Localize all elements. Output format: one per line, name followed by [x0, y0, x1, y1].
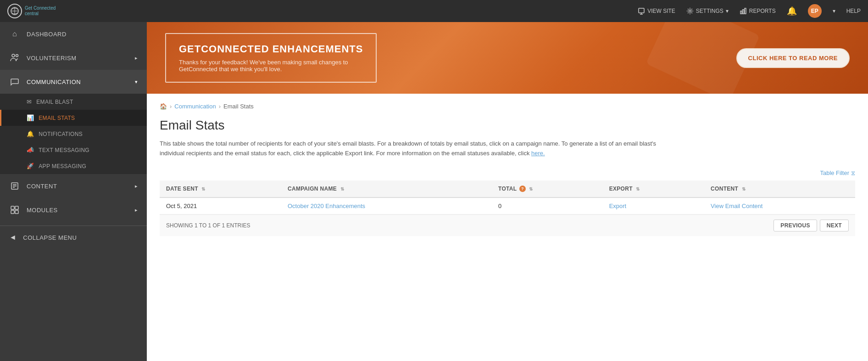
enhancement-banner: GETCONNECTED ENHANCEMENTS Thanks for you…	[147, 22, 868, 94]
reports-button[interactable]: REPORTS	[740, 7, 776, 15]
svg-point-8	[12, 54, 15, 57]
collapse-menu-button[interactable]: ◄ COLLAPSE MENU	[0, 226, 147, 249]
banner-title: GETCONNECTED ENHANCEMENTS	[179, 43, 363, 55]
col-date-sent[interactable]: DATE SENT ⇅	[160, 180, 281, 198]
banner-text-box: GETCONNECTED ENHANCEMENTS Thanks for you…	[165, 33, 377, 83]
svg-rect-3	[639, 8, 644, 13]
cell-total: 0	[492, 197, 603, 214]
table-filter-button[interactable]: Table Filter ⧖	[820, 169, 855, 177]
cell-date-sent: Oct 5, 2021	[160, 197, 281, 214]
banner-decoration	[646, 22, 760, 94]
banner-subtitle: Thanks for your feedback! We've been mak…	[179, 59, 363, 73]
main-content: GETCONNECTED ENHANCEMENTS Thanks for you…	[147, 22, 868, 361]
content-icon	[9, 180, 20, 192]
col-content[interactable]: CONTENT ⇅	[704, 180, 855, 198]
page-title: Email Stats	[160, 118, 855, 133]
bell-icon: 🔔	[27, 130, 34, 137]
view-site-button[interactable]: VIEW SITE	[638, 7, 675, 15]
svg-rect-15	[15, 206, 18, 209]
svg-point-4	[689, 10, 691, 12]
svg-rect-14	[11, 206, 14, 209]
table-body: Oct 5, 2021 October 2020 Enhancements 0 …	[160, 197, 855, 214]
svg-rect-6	[742, 10, 744, 14]
logo[interactable]: Get Connected central	[7, 4, 95, 18]
volunteerism-arrow: ▸	[135, 55, 138, 61]
col-campaign-label: CAMPAIGN NAME	[288, 186, 337, 192]
campaign-link[interactable]: October 2020 Enhancements	[288, 203, 365, 209]
logo-icon	[7, 4, 22, 18]
sidebar: ⌂ DASHBOARD VOLUNTEERISM ▸ COMMUNICATION…	[0, 22, 147, 361]
next-button[interactable]: NEXT	[820, 220, 849, 231]
email-stats-table: DATE SENT ⇅ CAMPAIGN NAME ⇅ TOTAL ? ⇅ EX…	[160, 180, 855, 215]
here-link[interactable]: here.	[531, 150, 545, 157]
col-total[interactable]: TOTAL ? ⇅	[492, 180, 603, 198]
col-date-sent-label: DATE SENT	[166, 186, 198, 192]
content-sort-icons: ⇅	[742, 186, 746, 192]
banner-read-more-button[interactable]: CLICK HERE TO READ MORE	[736, 48, 850, 68]
col-campaign-name[interactable]: CAMPAIGN NAME ⇅	[281, 180, 492, 198]
sidebar-item-modules[interactable]: MODULES ▸	[0, 198, 147, 222]
sidebar-item-email-blast[interactable]: ✉ EMAIL BLAST	[0, 94, 147, 110]
view-email-content-link[interactable]: View Email Content	[711, 203, 762, 209]
sidebar-item-text-messaging[interactable]: 📣 TEXT MESSAGING	[0, 142, 147, 158]
breadcrumb-sep2: ›	[219, 103, 221, 110]
app-msg-icon: 🚀	[27, 163, 34, 169]
breadcrumb-sep1: ›	[170, 103, 172, 110]
sms-icon: 📣	[27, 147, 34, 153]
sidebar-item-app-messaging[interactable]: 🚀 APP MESSAGING	[0, 158, 147, 174]
user-dropdown-arrow[interactable]: ▾	[833, 8, 835, 14]
breadcrumb-current: Email Stats	[223, 103, 254, 110]
pagination-row: SHOWING 1 TO 1 OF 1 ENTRIES PREVIOUS NEX…	[160, 214, 855, 236]
breadcrumb-communication[interactable]: Communication	[174, 103, 216, 110]
svg-point-9	[16, 55, 18, 57]
campaign-sort-icons: ⇅	[340, 186, 344, 192]
breadcrumb-home[interactable]: 🏠	[160, 103, 167, 110]
cell-export: Export	[603, 197, 704, 214]
table-header-row: DATE SENT ⇅ CAMPAIGN NAME ⇅ TOTAL ? ⇅ EX…	[160, 180, 855, 198]
breadcrumb: 🏠 › Communication › Email Stats	[160, 103, 855, 110]
help-button[interactable]: HELP	[846, 8, 861, 14]
export-sort-icons: ⇅	[636, 186, 640, 192]
table-row: Oct 5, 2021 October 2020 Enhancements 0 …	[160, 197, 855, 214]
stats-icon: 📊	[27, 114, 34, 121]
sidebar-item-email-stats[interactable]: 📊 EMAIL STATS	[0, 110, 147, 126]
communication-submenu: ✉ EMAIL BLAST 📊 EMAIL STATS 🔔 NOTIFICATI…	[0, 94, 147, 174]
total-sort-icons: ⇅	[529, 186, 533, 192]
collapse-icon: ◄	[9, 233, 17, 242]
cell-content: View Email Content	[704, 197, 855, 214]
pagination-buttons: PREVIOUS NEXT	[773, 220, 849, 231]
top-nav-right: VIEW SITE SETTINGS ▾ REPORTS 🔔 EP ▾	[638, 4, 861, 18]
page-description: This table shows the total number of rec…	[160, 139, 664, 158]
col-total-label: TOTAL	[498, 186, 517, 192]
sidebar-item-content[interactable]: CONTENT ▸	[0, 174, 147, 198]
user-avatar[interactable]: EP	[808, 4, 822, 18]
svg-rect-17	[15, 210, 18, 214]
sidebar-item-notifications[interactable]: 🔔 NOTIFICATIONS	[0, 126, 147, 142]
communication-arrow: ▾	[135, 79, 138, 85]
svg-rect-5	[740, 11, 742, 14]
communication-icon	[9, 76, 20, 87]
settings-button[interactable]: SETTINGS ▾	[686, 7, 729, 15]
total-help-icon[interactable]: ?	[519, 186, 526, 192]
sidebar-item-dashboard[interactable]: ⌂ DASHBOARD	[0, 22, 147, 46]
filter-icon: ⧖	[851, 169, 855, 177]
export-link[interactable]: Export	[609, 203, 627, 209]
home-icon: ⌂	[9, 28, 20, 39]
date-sort-icons: ⇅	[201, 186, 205, 192]
sidebar-item-communication[interactable]: COMMUNICATION ▾	[0, 70, 147, 94]
cell-campaign-name: October 2020 Enhancements	[281, 197, 492, 214]
svg-rect-7	[745, 8, 746, 14]
showing-entries: SHOWING 1 TO 1 OF 1 ENTRIES	[166, 222, 250, 229]
col-export[interactable]: EXPORT ⇅	[603, 180, 704, 198]
col-export-label: EXPORT	[609, 186, 633, 192]
sidebar-item-volunteerism[interactable]: VOLUNTEERISM ▸	[0, 46, 147, 70]
modules-icon	[9, 204, 20, 215]
previous-button[interactable]: PREVIOUS	[773, 220, 817, 231]
modules-arrow: ▸	[135, 207, 138, 213]
notifications-bell[interactable]: 🔔	[787, 6, 797, 16]
top-nav: Get Connected central VIEW SITE SETTINGS…	[0, 0, 868, 22]
page-body: 🏠 › Communication › Email Stats Email St…	[147, 94, 868, 361]
svg-rect-16	[11, 210, 14, 214]
volunteers-icon	[9, 52, 20, 63]
logo-text: Get Connected central	[25, 6, 56, 17]
